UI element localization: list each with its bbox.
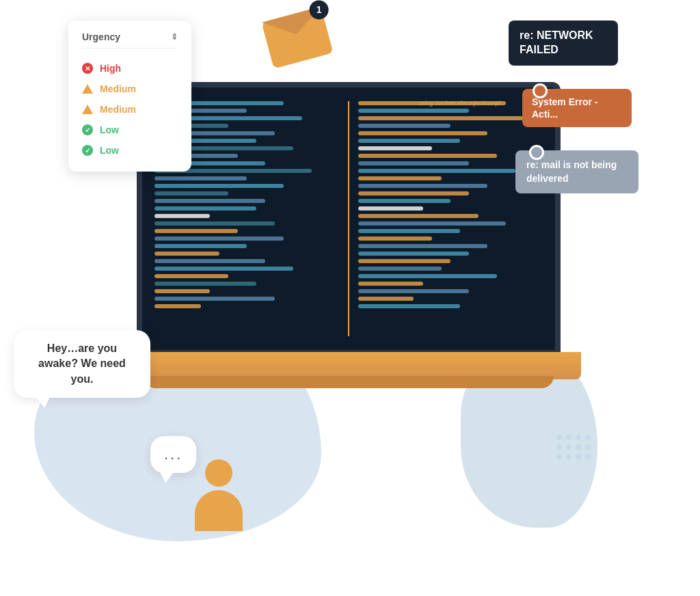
code-area: [142, 87, 555, 350]
urgency-item-medium-1: Medium: [82, 79, 178, 99]
tag-network-failed: re: NETWORK FAILED: [509, 21, 618, 66]
tag-system-error: System Error - Acti...: [522, 89, 632, 127]
urgency-widget: Urgency ⇕ ✕ High Medium Medium ✓ Low ✓ L…: [68, 21, 191, 172]
medium-icon-2: [82, 105, 93, 114]
urgency-medium-label-1: Medium: [100, 83, 136, 94]
urgency-item-low-1: ✓ Low: [82, 120, 178, 140]
low-icon-2: ✓: [82, 145, 93, 156]
typing-dots: ...: [164, 446, 183, 463]
low-icon-1: ✓: [82, 124, 93, 135]
urgency-title: Urgency: [82, 31, 120, 42]
envelope-body: 1: [261, 7, 333, 69]
tag-mail-not-delivered: re: mail is not being delivered: [515, 150, 638, 193]
screen-content: using SocketLabs.InjectionApi: [142, 87, 555, 350]
notification-badge: 1: [310, 0, 329, 19]
urgency-low-label-1: Low: [100, 124, 119, 135]
high-icon: ✕: [82, 63, 93, 74]
chat-person: [191, 459, 246, 528]
speech-bubble-dots: ...: [150, 436, 196, 473]
main-scene: Urgency ⇕ ✕ High Medium Medium ✓ Low ✓ L…: [0, 0, 700, 596]
code-divider: [348, 101, 349, 336]
code-col-right: [353, 101, 548, 336]
urgency-item-low-2: ✓ Low: [82, 140, 178, 161]
urgency-item-high: ✕ High: [82, 58, 178, 79]
speech-bubble-main: Hey…are you awake? We need you.: [14, 330, 150, 398]
person-body: [195, 490, 243, 531]
urgency-high-label: High: [100, 63, 121, 74]
laptop-base: [116, 352, 581, 379]
urgency-medium-label-2: Medium: [100, 104, 136, 115]
email-envelope: 1: [267, 14, 328, 62]
laptop-screen: using SocketLabs.InjectionApi: [137, 82, 561, 355]
medium-icon-1: [82, 84, 93, 94]
urgency-item-medium-2: Medium: [82, 99, 178, 120]
urgency-header: Urgency ⇕: [82, 31, 178, 49]
person-head: [205, 459, 232, 487]
sort-icon[interactable]: ⇕: [171, 32, 178, 42]
urgency-low-label-2: Low: [100, 145, 119, 156]
laptop-base-bottom: [144, 376, 554, 388]
